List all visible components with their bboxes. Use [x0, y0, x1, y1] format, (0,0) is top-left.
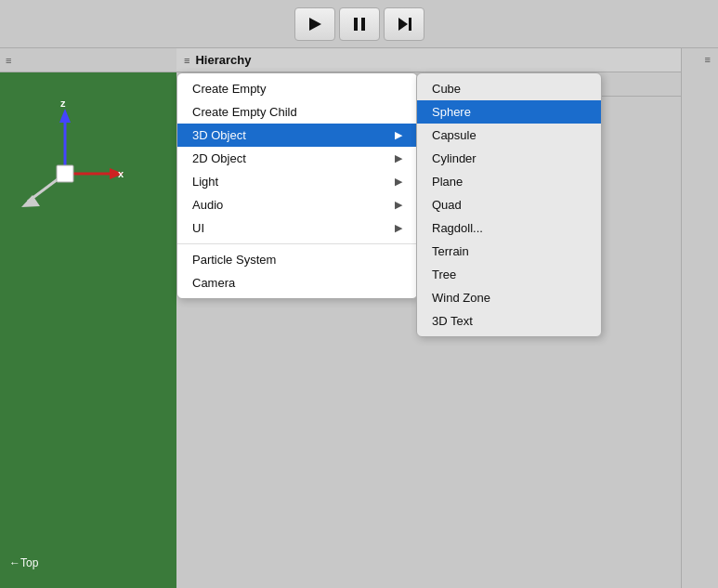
- submenu-item-cylinder[interactable]: Cylinder: [417, 147, 601, 170]
- pause-icon: [350, 15, 369, 33]
- submenu-item-label: Capsule: [432, 128, 476, 142]
- right-panel-icon: ≡: [705, 54, 711, 65]
- submenu-item-terrain[interactable]: Terrain: [417, 240, 601, 263]
- submenu-item-label: 3D Text: [432, 314, 473, 328]
- step-icon: [395, 15, 413, 33]
- menu-item-label: 3D Object: [192, 128, 246, 142]
- submenu-item-3d-text[interactable]: 3D Text: [417, 309, 601, 333]
- menu-item-label: Audio: [192, 198, 223, 212]
- scene-panel-header: ≡: [0, 48, 176, 72]
- submenu-item-label: Ragdoll...: [432, 221, 483, 235]
- submenu-item-wind-zone[interactable]: Wind Zone: [417, 286, 601, 309]
- 3d-object-submenu: Cube Sphere Capsule Cylinder Plane Quad …: [416, 72, 602, 337]
- svg-marker-3: [398, 18, 408, 31]
- pause-button[interactable]: [339, 7, 380, 41]
- menu-item-create-empty-child[interactable]: Create Empty Child: [177, 100, 417, 124]
- submenu-item-sphere[interactable]: Sphere: [417, 100, 601, 124]
- submenu-item-cube[interactable]: Cube: [417, 77, 601, 100]
- scene-panel: ≡ z x ←Top: [0, 48, 176, 588]
- menu-item-create-empty[interactable]: Create Empty: [177, 77, 417, 100]
- menu-divider: [177, 243, 417, 244]
- menu-item-label: Particle System: [192, 253, 276, 267]
- menu-item-2d-object[interactable]: 2D Object ▶: [177, 147, 417, 170]
- svg-rect-2: [361, 18, 365, 31]
- submenu-item-label: Quad: [432, 198, 462, 212]
- menu-item-label: Camera: [192, 276, 235, 290]
- submenu-item-label: Tree: [432, 268, 456, 281]
- svg-marker-0: [309, 18, 321, 31]
- hierarchy-title: Hierarchy: [195, 53, 251, 67]
- menu-item-camera[interactable]: Camera: [177, 271, 417, 294]
- menu-item-3d-object[interactable]: 3D Object ▶: [177, 124, 417, 147]
- top-label: ←Top: [9, 556, 38, 569]
- submenu-arrow-icon: ▶: [395, 152, 402, 164]
- svg-rect-11: [57, 165, 73, 182]
- step-button[interactable]: [384, 7, 424, 41]
- submenu-item-label: Terrain: [432, 244, 469, 258]
- z-axis-label: z: [60, 99, 66, 109]
- menu-item-light[interactable]: Light ▶: [177, 170, 417, 193]
- menu-item-audio[interactable]: Audio ▶: [177, 193, 417, 216]
- menu-item-label: Create Empty Child: [192, 105, 297, 119]
- hierarchy-header: ≡ Hierarchy: [176, 48, 681, 72]
- submenu-item-plane[interactable]: Plane: [417, 170, 601, 193]
- submenu-item-quad[interactable]: Quad: [417, 193, 601, 216]
- submenu-item-label: Cylinder: [432, 151, 476, 165]
- x-axis-label: x: [118, 168, 124, 179]
- gizmo: z x: [14, 99, 125, 220]
- submenu-arrow-icon: ▶: [395, 176, 402, 188]
- submenu-item-capsule[interactable]: Capsule: [417, 124, 601, 147]
- svg-rect-4: [409, 18, 411, 31]
- submenu-arrow-icon: ▶: [395, 199, 402, 211]
- submenu-arrow-icon: ▶: [395, 222, 402, 234]
- svg-rect-1: [354, 18, 358, 31]
- submenu-item-ragdoll[interactable]: Ragdoll...: [417, 216, 601, 240]
- submenu-item-tree[interactable]: Tree: [417, 263, 601, 286]
- hierarchy-menu-icon: ≡: [184, 55, 189, 66]
- submenu-item-label: Sphere: [432, 105, 471, 119]
- submenu-arrow-icon: ▶: [395, 129, 402, 141]
- menu-item-ui[interactable]: UI ▶: [177, 216, 417, 240]
- submenu-item-label: Wind Zone: [432, 291, 490, 305]
- menu-item-label: Light: [192, 175, 218, 189]
- menu-item-label: 2D Object: [192, 151, 246, 165]
- toolbar: [0, 0, 718, 48]
- menu-item-label: UI: [192, 221, 204, 235]
- scene-panel-menu-icon: ≡: [6, 55, 11, 66]
- menu-item-particle-system[interactable]: Particle System: [177, 248, 417, 271]
- right-panel: ≡: [681, 48, 718, 588]
- svg-marker-10: [21, 195, 40, 207]
- svg-marker-6: [59, 109, 71, 123]
- play-icon: [306, 15, 324, 33]
- menu-item-label: Create Empty: [192, 82, 266, 96]
- submenu-item-label: Cube: [432, 82, 461, 96]
- create-dropdown: Create Empty Create Empty Child 3D Objec…: [176, 72, 418, 299]
- submenu-item-label: Plane: [432, 175, 463, 189]
- play-button[interactable]: [294, 7, 335, 41]
